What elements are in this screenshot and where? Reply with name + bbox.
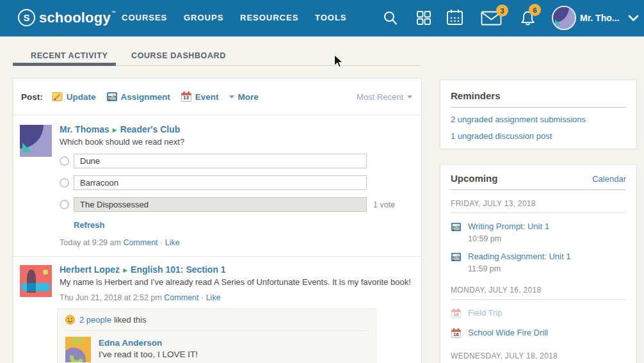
comments-section: 2 people liked this Edna Anderson I've r… bbox=[57, 309, 376, 363]
nav-groups[interactable]: GROUPS bbox=[184, 13, 223, 22]
event-icon-day: 16 bbox=[451, 332, 462, 338]
event-link-reading-assignment[interactable]: Reading Assignment: Unit 1 bbox=[468, 252, 570, 262]
mr-thomas-avatar-art bbox=[20, 125, 52, 157]
event-time: 11:59 pm bbox=[468, 264, 626, 273]
nav-courses[interactable]: COURSES bbox=[122, 13, 167, 22]
poll-timestamp: Today at 9:29 am bbox=[60, 238, 121, 247]
poll-option-barracoon[interactable]: Barracoon bbox=[74, 175, 367, 190]
comment-text: I've read it too, I LOVE IT! bbox=[99, 350, 220, 359]
post-event-button[interactable]: 13 Event bbox=[181, 91, 219, 102]
poll-option-row: Barracoon bbox=[60, 175, 414, 190]
schoology-page: S schoology ™ COURSES GROUPS RESOURCES T… bbox=[0, 0, 644, 363]
messages-badge: 3 bbox=[496, 4, 508, 17]
event-icon: 13 bbox=[181, 91, 192, 102]
poll-vote-count: 1 vote bbox=[373, 200, 395, 209]
event-link-fire-drill[interactable]: School Wide Fire Drill bbox=[468, 328, 548, 338]
poll-radio-dune[interactable] bbox=[60, 156, 69, 166]
event-row-writing-prompt: Writing Prompt: Unit 1 bbox=[451, 222, 626, 232]
sort-caret-icon bbox=[407, 95, 412, 99]
assignment-icon bbox=[451, 252, 462, 262]
notifications-badge: 6 bbox=[529, 4, 541, 16]
course-link-readers-club[interactable]: Reader's Club bbox=[120, 124, 181, 134]
tab-recent-activity[interactable]: RECENT ACTIVITY bbox=[31, 51, 108, 60]
schoology-logo[interactable]: S schoology ™ bbox=[18, 9, 115, 26]
event-link-writing-prompt[interactable]: Writing Prompt: Unit 1 bbox=[468, 222, 549, 232]
trademark-mark: ™ bbox=[111, 10, 116, 15]
brand-name: schoology bbox=[39, 10, 111, 26]
messages-icon[interactable]: 3 bbox=[481, 11, 502, 26]
reminders-header: Reminders bbox=[451, 90, 626, 108]
poll-option-row: The Dispossessed 1 vote bbox=[60, 197, 414, 212]
poll-refresh-link[interactable]: Refresh bbox=[74, 220, 104, 230]
poll-option-dune[interactable]: Dune bbox=[74, 154, 367, 168]
date-header-monday: MONDAY, JULY 16, 2018 bbox=[451, 286, 626, 300]
herbert-lopez-avatar[interactable] bbox=[20, 265, 52, 297]
poll-option-dispossessed[interactable]: The Dispossessed bbox=[74, 197, 367, 212]
top-navbar: S schoology ™ COURSES GROUPS RESOURCES T… bbox=[0, 0, 644, 36]
assignment-icon bbox=[451, 222, 462, 232]
dot-separator: · bbox=[160, 238, 163, 247]
calendar-link[interactable]: Calendar bbox=[592, 174, 626, 184]
poll-meta-row: Today at 9:29 am Comment · Like bbox=[60, 238, 414, 247]
byline-arrow-icon: ▶ bbox=[123, 267, 127, 273]
likes-row: 2 people liked this bbox=[65, 315, 368, 331]
upcoming-header: Upcoming Calendar bbox=[451, 173, 626, 190]
upcoming-title: Upcoming bbox=[451, 173, 497, 184]
herbert-byline: Herbert Lopez▶English 101: Section 1 bbox=[60, 264, 414, 275]
herbert-post-body: My name is Herbert and I've already read… bbox=[60, 277, 414, 287]
herbert-like-link[interactable]: Like bbox=[206, 293, 221, 302]
event-row-fire-drill: 16 School Wide Fire Drill bbox=[451, 328, 626, 339]
comment-item: Edna Anderson I've read it too, I LOVE I… bbox=[65, 337, 368, 363]
liked-this-text: liked this bbox=[114, 315, 147, 325]
byline-arrow-icon: ▶ bbox=[113, 127, 117, 133]
edna-anderson-avatar[interactable] bbox=[65, 337, 91, 362]
event-link-field-trip[interactable]: Field Trip bbox=[468, 308, 502, 318]
notifications-bell-icon[interactable]: 6 bbox=[519, 10, 536, 28]
post-more-button[interactable]: More bbox=[229, 92, 259, 102]
poll-byline: Mr. Thomas▶Reader's Club bbox=[60, 124, 414, 134]
herbert-comment-link[interactable]: Comment bbox=[164, 293, 198, 302]
more-caret-icon bbox=[229, 95, 234, 99]
poll-option-row: Dune bbox=[60, 154, 414, 168]
poll-comment-link[interactable]: Comment bbox=[123, 238, 157, 247]
post-update-button[interactable]: Update bbox=[52, 91, 96, 102]
nav-resources[interactable]: RESOURCES bbox=[240, 13, 298, 22]
sort-most-recent-dropdown[interactable]: Most Recent bbox=[357, 92, 412, 102]
course-link-english-101[interactable]: English 101: Section 1 bbox=[131, 264, 226, 275]
herbert-avatar-art bbox=[20, 265, 52, 297]
more-label: More bbox=[238, 92, 259, 102]
herbert-post: Herbert Lopez▶English 101: Section 1 My … bbox=[13, 257, 421, 363]
edna-avatar-art bbox=[65, 337, 91, 362]
ungraded-discussion-link[interactable]: 1 ungraded discussion post bbox=[451, 131, 626, 141]
apps-grid-icon[interactable] bbox=[416, 10, 431, 26]
ungraded-assignments-link[interactable]: 2 ungraded assignment submissions bbox=[451, 115, 626, 124]
date-header-wednesday: WEDNESDAY, JULY 18, 2018 bbox=[451, 351, 626, 363]
author-link-herbert-lopez[interactable]: Herbert Lopez bbox=[60, 264, 120, 275]
activity-feed-card: Post: Update Assignment 13 Event bbox=[13, 78, 422, 363]
calendar-icon[interactable] bbox=[446, 8, 463, 26]
active-tab-indicator bbox=[13, 63, 116, 66]
poll-like-link[interactable]: Like bbox=[165, 238, 180, 247]
liked-by-link[interactable]: 2 people bbox=[79, 315, 111, 325]
comment-author-link[interactable]: Edna Anderson bbox=[99, 338, 162, 348]
author-link-mr-thomas[interactable]: Mr. Thomas bbox=[60, 124, 109, 134]
post-label: Post: bbox=[21, 92, 43, 102]
chevron-down-icon[interactable] bbox=[628, 15, 639, 22]
event-icon-day: 16 bbox=[451, 312, 462, 318]
date-header-friday: FRIDAY, JULY 13, 2018 bbox=[451, 199, 626, 213]
search-icon[interactable] bbox=[383, 10, 398, 26]
tab-course-dashboard[interactable]: COURSE DASHBOARD bbox=[131, 51, 226, 60]
mr-thomas-avatar[interactable] bbox=[20, 125, 52, 157]
poll-radio-dispossessed[interactable] bbox=[60, 200, 69, 209]
event-icon: 16 bbox=[451, 328, 462, 339]
post-assignment-button[interactable]: Assignment bbox=[106, 91, 170, 102]
assignment-icon bbox=[106, 91, 118, 102]
reminders-title: Reminders bbox=[451, 90, 501, 101]
assignment-label: Assignment bbox=[121, 92, 170, 102]
nav-tools[interactable]: TOOLS bbox=[315, 13, 347, 22]
user-menu-name[interactable]: Mr. Tho... bbox=[580, 13, 619, 23]
upcoming-card: Upcoming Calendar FRIDAY, JULY 13, 2018 … bbox=[440, 164, 637, 363]
user-avatar[interactable] bbox=[552, 6, 576, 30]
reminders-card: Reminders 2 ungraded assignment submissi… bbox=[440, 79, 637, 149]
poll-radio-barracoon[interactable] bbox=[60, 178, 69, 188]
